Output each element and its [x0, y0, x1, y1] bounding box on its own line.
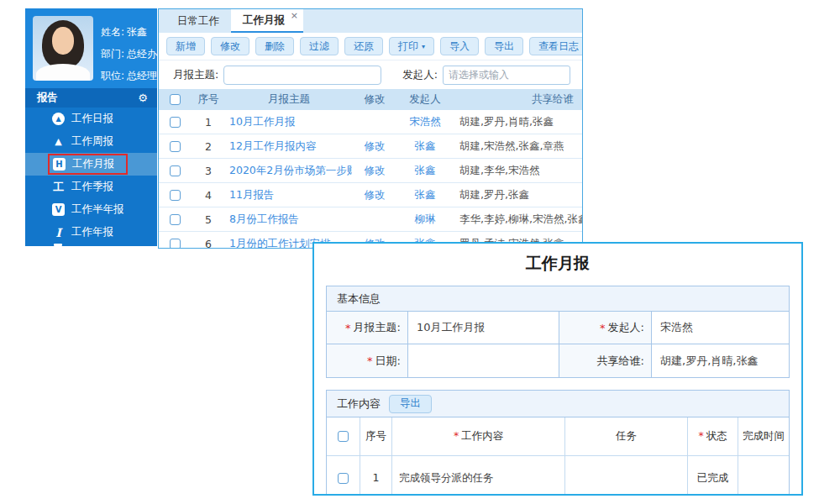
modify-button[interactable]: 修改 [211, 37, 249, 55]
select-all-checkbox[interactable] [170, 94, 181, 105]
table-row[interactable]: 3 2020年2月份市场第一步财务... 修改 张鑫 胡建,李华,宋浩然 [159, 159, 582, 183]
modify-link[interactable]: 修改 [352, 188, 397, 202]
view-log-button[interactable]: 查看日志 [529, 37, 583, 55]
filter-bar: 月报主题: 发起人: [159, 60, 582, 89]
topic-filter-input[interactable] [223, 66, 381, 85]
row-checkbox[interactable] [170, 165, 181, 176]
work-row-checkbox[interactable] [338, 473, 349, 484]
row-checkbox[interactable] [170, 190, 181, 201]
semiannual-report-icon: V [52, 203, 65, 216]
initiator-link[interactable]: 张鑫 [397, 188, 453, 202]
row-checkbox[interactable] [170, 214, 181, 225]
row-seq: 6 [191, 238, 226, 249]
work-row-seq: 1 [360, 456, 392, 496]
required-mark: * [367, 354, 373, 367]
avatar [33, 16, 93, 81]
topic-field-label: *月报主题: [327, 312, 408, 344]
annual-report-icon: I [52, 226, 65, 239]
work-table-header: 序号 *工作内容 任务 *状态 完成时间 [327, 417, 789, 456]
topic-link[interactable]: 8月份工作报告 [226, 213, 352, 227]
modify-link[interactable]: 修改 [352, 139, 397, 154]
col-initiator: 发起人 [397, 92, 453, 107]
sidebar-item-label: 工作季报 [71, 180, 113, 194]
table-row[interactable]: 5 8月份工作报告 柳琳 李华,李婷,柳琳,宋浩然,张鑫 [159, 207, 582, 232]
table-row[interactable]: 2 12月工作月报内容 修改 张鑫 胡建,宋浩然,张鑫,章燕 [159, 134, 582, 159]
row-checkbox[interactable] [170, 141, 181, 152]
sidebar-nav: ▲ 工作日报 ▲ 工作周报 H 工作月报 工 工作季报 V 工作半年报 [25, 108, 157, 246]
required-mark: * [600, 322, 606, 334]
section-title: 报告 [37, 91, 58, 105]
page: 姓名:张鑫 部门:总经办 职位:总经理 报告 ⚙ ▲ 工作日报 ▲ 工作周报 H… [0, 0, 840, 504]
work-col-time: 完成时间 [738, 417, 789, 456]
topic-link[interactable]: 2020年2月份市场第一步财务... [226, 164, 352, 178]
row-checkbox[interactable] [170, 239, 181, 249]
row-seq: 3 [191, 165, 226, 177]
required-mark: * [454, 429, 459, 444]
table-row[interactable]: 1 10月工作月报 宋浩然 胡建,罗丹,肖晴,张鑫 [159, 110, 582, 134]
sidebar-item-monthly-report[interactable]: H 工作月报 [25, 153, 157, 176]
work-col-seq: 序号 [360, 417, 392, 456]
sidebar: 姓名:张鑫 部门:总经办 职位:总经理 报告 ⚙ ▲ 工作日报 ▲ 工作周报 H… [25, 8, 157, 246]
topic-link[interactable]: 11月报告 [226, 188, 352, 202]
topic-link[interactable]: 10月工作月报 [226, 115, 352, 129]
basic-info-section: 基本信息 *月报主题: 10月工作月报 *发起人: 宋浩然 *日期: 共享给谁:… [326, 286, 790, 378]
work-row-status: 已完成 [688, 456, 738, 496]
initiator-filter-input[interactable] [443, 66, 570, 85]
gear-icon[interactable]: ⚙ [138, 92, 148, 104]
title-value: 总经理 [127, 70, 157, 81]
work-col-status: *状态 [688, 417, 738, 456]
initiator-link[interactable]: 宋浩然 [397, 115, 453, 129]
partial-nav-icon [54, 244, 62, 246]
add-button[interactable]: 新增 [166, 37, 205, 55]
sidebar-item-quarterly-report[interactable]: 工 工作季报 [25, 176, 157, 198]
sidebar-item-daily-report[interactable]: ▲ 工作日报 [25, 108, 157, 130]
import-button[interactable]: 导入 [440, 37, 479, 55]
work-select-all-checkbox[interactable] [338, 431, 349, 442]
work-table-row[interactable]: 1 完成领导分派的任务 已完成 [327, 456, 789, 496]
profile-name: 姓名:张鑫 [101, 21, 157, 43]
name-value: 张鑫 [127, 26, 147, 38]
delete-button[interactable]: 删除 [255, 37, 294, 55]
sidebar-item-semiannual-report[interactable]: V 工作半年报 [25, 198, 157, 221]
avatar-face [52, 27, 74, 55]
initiator-link[interactable]: 张鑫 [397, 139, 453, 154]
close-icon[interactable]: × [291, 10, 298, 21]
tab-bar: 日常工作 工作月报 × [159, 9, 582, 33]
filter-button[interactable]: 过滤 [300, 37, 339, 55]
work-content-section: 工作内容 导出 序号 *工作内容 任务 *状态 完成时间 1 完成领导分派的任务… [326, 390, 790, 496]
initiator-link[interactable]: 张鑫 [397, 164, 453, 178]
sidebar-item-weekly-report[interactable]: ▲ 工作周报 [25, 130, 157, 153]
work-content-title: 工作内容 [337, 396, 381, 412]
shared-cell: 胡建,罗丹,张鑫 [453, 188, 582, 202]
sidebar-item-annual-report[interactable]: I 工作年报 [25, 221, 157, 244]
work-row-content: 完成领导分派的任务 [392, 456, 565, 496]
initiator-filter-label: 发起人: [402, 68, 438, 82]
topic-filter-label: 月报主题: [173, 68, 218, 82]
name-label: 姓名: [101, 26, 124, 38]
tab-monthly-report[interactable]: 工作月报 × [231, 9, 303, 33]
export-button[interactable]: 导出 [485, 37, 523, 55]
initiator-link[interactable]: 柳琳 [397, 213, 453, 227]
shared-cell: 胡建,宋浩然,张鑫,章燕 [453, 139, 582, 154]
table-row[interactable]: 4 11月报告 修改 张鑫 胡建,罗丹,张鑫 [159, 183, 582, 207]
dialog-title: 工作月报 [314, 253, 801, 275]
report-table: 序号 月报主题 修改 发起人 共享给谁 1 10月工作月报 宋浩然 胡建,罗丹,… [159, 89, 582, 249]
row-seq: 2 [191, 140, 226, 153]
topic-link[interactable]: 12月工作月报内容 [226, 139, 352, 154]
sidebar-item-label: 工作年报 [71, 225, 113, 239]
restore-button[interactable]: 还原 [344, 37, 383, 55]
date-field-label: *日期: [327, 344, 408, 377]
work-row-time [738, 456, 789, 496]
print-button[interactable]: 打印▾ [389, 37, 434, 55]
modify-link[interactable]: 修改 [352, 164, 397, 178]
dialog-export-button[interactable]: 导出 [389, 395, 432, 413]
shared-cell: 胡建,李华,宋浩然 [453, 164, 582, 178]
profile-dept: 部门:总经办 [101, 43, 157, 65]
row-checkbox[interactable] [170, 117, 181, 128]
quarterly-report-icon: 工 [52, 181, 65, 193]
avatar-shirt [36, 64, 90, 81]
tab-daily-work[interactable]: 日常工作 [165, 9, 231, 33]
row-seq: 4 [191, 189, 226, 202]
basic-info-row: *日期: 共享给谁: 胡建,罗丹,肖晴,张鑫 [327, 344, 789, 377]
profile-info: 姓名:张鑫 部门:总经办 职位:总经理 [101, 16, 157, 81]
